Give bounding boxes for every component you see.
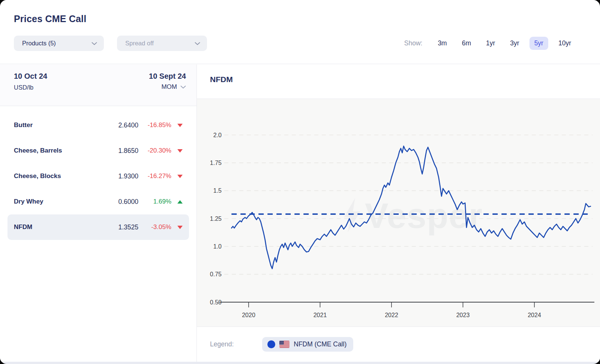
legend-series-name: NFDM (CME Call) (294, 340, 346, 348)
svg-text:2021: 2021 (314, 312, 327, 318)
svg-text:2023: 2023 (456, 312, 470, 318)
chevron-down-icon (92, 40, 97, 47)
timerange-option-1yr[interactable]: 1yr (481, 37, 500, 50)
timerange-selector: Show: 3m6m1yr3yr5yr10yr (404, 36, 576, 51)
product-name: Cheese, Barrels (14, 147, 103, 154)
prices-card: Prices CME Call Products (5) Spread off … (0, 0, 600, 362)
compare-date: 10 Sept 24 (149, 72, 186, 81)
product-name: Butter (14, 121, 103, 129)
table-row-cheese-barrels[interactable]: Cheese, Barrels1.8650-20.30% (8, 138, 189, 163)
app-window: Prices CME Call Products (5) Spread off … (0, 0, 600, 364)
product-name: NFDM (14, 223, 103, 231)
svg-text:0.75: 0.75 (210, 271, 222, 277)
product-price: 2.6400 (103, 121, 138, 129)
product-rows: Butter2.6400-16.85%Cheese, Barrels1.8650… (0, 112, 196, 240)
legend-label: Legend: (210, 340, 234, 348)
svg-text:2.0: 2.0 (213, 132, 222, 138)
spread-dropdown[interactable]: Spread off (117, 36, 207, 51)
timerange-option-3yr[interactable]: 3yr (505, 37, 524, 50)
product-price: 1.8650 (103, 147, 138, 155)
page-title: Prices CME Call (14, 13, 86, 24)
triangle-down-icon (171, 149, 183, 153)
products-dropdown[interactable]: Products (5) (14, 36, 104, 51)
products-dropdown-label: Products (5) (22, 40, 56, 47)
products-panel: 10 Oct 24 USD/lb 10 Sept 24 MOM Butter2 (0, 64, 197, 362)
triangle-down-icon (171, 226, 183, 229)
chart-panel: NFDM Vesper 2.01.751.51.251.00.750.50202… (197, 64, 600, 362)
product-change-percent: -3.05% (138, 223, 171, 231)
svg-text:1.5: 1.5 (213, 187, 222, 194)
chart-title: NFDM (210, 75, 233, 84)
mom-label: MOM (161, 83, 177, 91)
product-change-percent: -20.30% (138, 147, 171, 154)
page-background: Prices CME Call Products (5) Spread off … (0, 0, 600, 364)
table-row-nfdm[interactable]: NFDM1.3525-3.05% (8, 214, 189, 240)
svg-text:2024: 2024 (528, 312, 541, 318)
show-label: Show: (404, 39, 423, 47)
nfdm-line-chart: 2.01.751.51.251.00.750.50202020212022202… (197, 99, 600, 327)
plot-area: Vesper 2.01.751.51.251.00.750.5020202021… (197, 99, 600, 327)
product-name: Cheese, Blocks (14, 172, 103, 180)
table-row-dry-whey[interactable]: Dry Whey0.60001.69% (8, 189, 189, 214)
legend-item-nfdm[interactable]: NFDM (CME Call) (262, 337, 353, 352)
svg-text:1.25: 1.25 (210, 216, 222, 222)
table-row-cheese-blocks[interactable]: Cheese, Blocks1.9300-16.27% (8, 163, 189, 189)
top-header: Prices CME Call Products (5) Spread off … (0, 0, 600, 64)
svg-text:1.0: 1.0 (213, 243, 222, 250)
timerange-option-6m[interactable]: 6m (457, 37, 476, 50)
product-change-percent: 1.69% (138, 198, 171, 205)
current-date: 10 Oct 24 (14, 72, 47, 81)
svg-text:1.75: 1.75 (210, 160, 222, 166)
timerange-option-5yr[interactable]: 5yr (530, 37, 548, 50)
product-change-percent: -16.85% (138, 121, 171, 129)
table-row-butter[interactable]: Butter2.6400-16.85% (8, 112, 189, 138)
triangle-down-icon (171, 175, 183, 178)
chevron-down-icon (180, 83, 186, 91)
product-price: 1.9300 (103, 172, 138, 180)
timerange-option-10yr[interactable]: 10yr (554, 37, 576, 50)
product-name: Dry Whey (14, 198, 103, 205)
svg-text:2020: 2020 (242, 312, 255, 318)
unit-label: USD/lb (14, 84, 47, 91)
timerange-option-3m[interactable]: 3m (433, 37, 452, 50)
mom-dropdown[interactable]: MOM (149, 83, 186, 91)
product-price: 0.6000 (103, 198, 138, 206)
product-price: 1.3525 (103, 223, 138, 231)
product-change-percent: -16.27% (138, 172, 171, 180)
legend-bar: Legend: (197, 327, 600, 362)
svg-text:2022: 2022 (385, 312, 398, 318)
spread-dropdown-label: Spread off (125, 40, 154, 47)
products-panel-header: 10 Oct 24 USD/lb 10 Sept 24 MOM (0, 64, 196, 106)
series-color-dot (267, 340, 275, 348)
us-flag-icon (279, 341, 290, 348)
triangle-up-icon (171, 200, 183, 204)
chevron-down-icon (195, 40, 200, 47)
triangle-down-icon (171, 124, 183, 127)
